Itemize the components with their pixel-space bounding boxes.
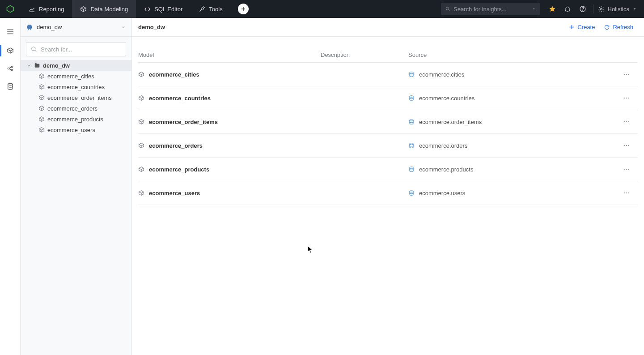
tree-item[interactable]: ecommerce_users <box>21 124 131 135</box>
tree-item[interactable]: ecommerce_orders <box>21 103 131 114</box>
svg-point-19 <box>624 121 625 122</box>
caret-down-icon <box>632 7 637 11</box>
favorites-button[interactable] <box>545 0 560 18</box>
content-header: demo_dw Create Refresh <box>132 18 644 37</box>
tree-item-label: ecommerce_cities <box>47 73 94 80</box>
db-selector[interactable]: demo_dw <box>21 18 131 37</box>
sidebar-search-input[interactable] <box>41 46 121 53</box>
svg-point-29 <box>628 169 629 170</box>
global-search[interactable] <box>441 3 540 15</box>
svg-point-25 <box>628 145 629 146</box>
global-search-input[interactable] <box>453 6 529 13</box>
svg-point-14 <box>410 96 413 98</box>
svg-point-20 <box>626 121 627 122</box>
tree-item[interactable]: ecommerce_cities <box>21 71 131 81</box>
svg-point-17 <box>628 98 629 98</box>
row-more-button[interactable] <box>621 68 632 80</box>
row-more-button[interactable] <box>621 187 632 199</box>
wrench-icon <box>199 6 205 13</box>
plus-icon <box>569 24 575 30</box>
rail-sources[interactable] <box>0 78 21 95</box>
tree-root[interactable]: demo_dw <box>21 60 131 71</box>
sidebar-search[interactable] <box>26 42 126 56</box>
nav-divider <box>593 4 593 13</box>
svg-point-9 <box>32 47 35 51</box>
source-name: ecommerce.products <box>419 166 473 173</box>
tree-item[interactable]: ecommerce_products <box>21 114 131 124</box>
postgres-icon <box>26 24 33 31</box>
database-icon <box>408 95 415 101</box>
table-row[interactable]: ecommerce_products ecommerce.products <box>138 158 638 181</box>
svg-point-28 <box>626 169 627 170</box>
nav-tab-data-modeling[interactable]: Data Modeling <box>72 0 136 18</box>
row-more-button[interactable] <box>621 163 632 175</box>
rail-relationships[interactable] <box>0 60 21 77</box>
create-label: Create <box>577 24 595 30</box>
tree-item-label: ecommerce_order_items <box>47 94 112 101</box>
nav-tab-label: Reporting <box>39 6 64 13</box>
refresh-icon <box>604 24 610 30</box>
tree-item[interactable]: ecommerce_countries <box>21 81 131 92</box>
notifications-button[interactable] <box>560 0 575 18</box>
table-row[interactable]: ecommerce_orders ecommerce.orders <box>138 134 638 158</box>
col-header-source: Source <box>408 51 615 58</box>
source-name: ecommerce.orders <box>419 142 467 149</box>
model-name: ecommerce_countries <box>149 95 211 102</box>
reporting-icon <box>29 6 35 13</box>
svg-point-16 <box>626 98 627 98</box>
menu-icon <box>6 28 14 36</box>
svg-point-33 <box>628 192 629 193</box>
account-menu[interactable]: Holistics <box>596 6 639 13</box>
svg-point-18 <box>410 120 413 121</box>
refresh-button[interactable]: Refresh <box>599 21 638 33</box>
table-row[interactable]: ecommerce_countries ecommerce.countries <box>138 86 638 110</box>
database-icon <box>408 142 415 149</box>
row-more-button[interactable] <box>621 140 632 151</box>
chevron-down-icon <box>27 63 31 68</box>
svg-point-8 <box>8 83 13 85</box>
svg-point-11 <box>624 74 625 75</box>
cube-icon <box>7 47 14 54</box>
nav-tab-sql-editor[interactable]: SQL Editor <box>136 0 191 18</box>
database-icon <box>408 71 415 77</box>
more-horizontal-icon <box>623 142 630 149</box>
cube-icon <box>38 94 45 101</box>
table-row[interactable]: ecommerce_users ecommerce.users <box>138 181 638 205</box>
row-more-button[interactable] <box>621 116 632 128</box>
svg-point-27 <box>624 169 625 170</box>
create-button[interactable]: Create <box>564 21 599 33</box>
app-logo[interactable] <box>0 0 21 18</box>
content-area: demo_dw Create Refresh Model Description… <box>132 18 644 355</box>
nav-tab-reporting[interactable]: Reporting <box>21 0 72 18</box>
logo-icon <box>5 4 15 14</box>
add-button[interactable] <box>238 4 249 14</box>
table-row[interactable]: ecommerce_order_items ecommerce.order_it… <box>138 110 638 134</box>
svg-point-12 <box>626 74 627 75</box>
rail-models[interactable] <box>0 42 21 59</box>
col-header-model: Model <box>138 51 321 58</box>
table-row[interactable]: ecommerce_cities ecommerce.cities <box>138 63 638 86</box>
database-icon <box>408 119 415 125</box>
more-horizontal-icon <box>623 71 630 77</box>
bell-icon <box>564 5 571 13</box>
database-stack-icon <box>7 83 14 90</box>
tree-item[interactable]: ecommerce_order_items <box>21 92 131 103</box>
source-name: ecommerce.cities <box>419 71 464 78</box>
nav-tab-tools[interactable]: Tools <box>191 0 230 18</box>
model-name: ecommerce_users <box>149 190 200 197</box>
svg-point-3 <box>582 10 583 11</box>
help-button[interactable] <box>575 0 590 18</box>
more-horizontal-icon <box>623 166 630 172</box>
gear-icon <box>598 6 605 13</box>
plus-icon <box>241 6 246 12</box>
cube-icon <box>138 71 144 77</box>
cube-icon <box>138 119 144 125</box>
search-icon <box>31 46 37 52</box>
model-name: ecommerce_products <box>149 166 209 173</box>
icon-rail <box>0 18 21 355</box>
row-more-button[interactable] <box>621 92 632 104</box>
chevron-down-icon <box>121 25 126 30</box>
sidebar: demo_dw demo_dw <box>21 18 132 355</box>
sidebar-toggle[interactable] <box>0 22 21 41</box>
nav-tab-label: SQL Editor <box>154 6 182 13</box>
